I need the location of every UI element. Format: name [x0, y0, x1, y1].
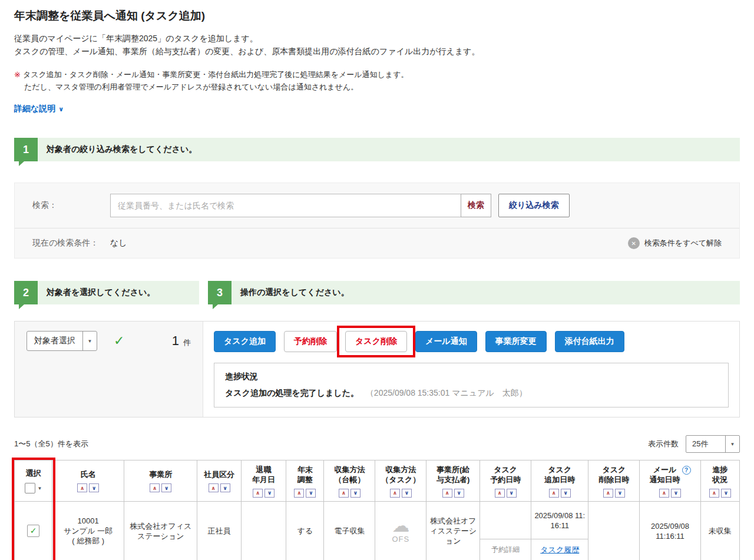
cell-mail-datetime: 2025/09/08 11:16:11: [640, 502, 700, 560]
close-icon: ✕: [628, 237, 640, 249]
step1-header: 1 対象者の絞り込み検索をしてください。: [14, 138, 740, 161]
filter-search-button[interactable]: 絞り込み検索: [498, 194, 570, 217]
col-label-select: 選択: [17, 468, 49, 478]
sort-desc-button[interactable]: ∨: [507, 489, 517, 498]
col-label-payer-office: 事業所(給 与支払者): [429, 465, 477, 485]
page-size-dropdown[interactable]: 25件 ▼: [686, 435, 740, 453]
sort-asc-button[interactable]: ∧: [209, 483, 219, 492]
col-header-reserve-datetime: タスク 予約日時 ∧∨: [480, 460, 531, 502]
select-all-dropdown-icon[interactable]: ▼: [38, 486, 42, 491]
dropdown-arrow-icon: ▼: [725, 436, 739, 452]
sort-desc-button[interactable]: ∨: [671, 489, 681, 498]
current-condition-label: 現在の検索条件：: [32, 238, 110, 248]
target-select-label: 対象者選択: [27, 332, 82, 350]
note-line-1: ※タスク追加・タスク削除・メール通知・事業所変更・添付台紙出力処理完了後に処理結…: [14, 68, 740, 81]
col-label-name: 氏名: [55, 469, 121, 479]
cell-add-datetime: 2025/09/08 11:16:11: [531, 502, 588, 539]
sort-controls: ∧∨: [549, 489, 571, 498]
search-input[interactable]: [110, 194, 461, 217]
step2-number-badge: 2: [14, 281, 38, 304]
sort-asc-button[interactable]: ∧: [442, 489, 452, 498]
result-range-text: 1〜5（全5）件を表示: [14, 439, 88, 449]
row-checkbox-checked[interactable]: ✓: [27, 525, 39, 537]
select-all-checkbox[interactable]: [25, 483, 35, 493]
table-row: ✓ 10001 サンプル 一郎 ( 総務部 ) 株式会社オフィスステーション 正…: [15, 502, 740, 539]
sort-controls: ∧∨: [659, 489, 681, 498]
list-meta-row: 1〜5（全5）件を表示 表示件数 25件 ▼: [14, 435, 740, 453]
step1-label: 対象者の絞り込み検索をしてください。: [38, 138, 197, 161]
task-add-button[interactable]: タスク追加: [214, 331, 276, 352]
col-label-emp-type: 社員区分: [200, 469, 238, 479]
sort-asc-button[interactable]: ∧: [549, 489, 559, 498]
reserve-delete-button[interactable]: 予約削除: [284, 331, 337, 352]
sort-asc-button[interactable]: ∧: [709, 489, 719, 498]
sort-desc-button[interactable]: ∨: [220, 483, 230, 492]
sort-desc-button[interactable]: ∨: [264, 489, 275, 498]
sort-asc-button[interactable]: ∧: [495, 489, 505, 498]
cell-task-history: タスク履歴: [531, 539, 588, 560]
office-change-button[interactable]: 事業所変更: [485, 331, 547, 352]
search-button[interactable]: 検索: [461, 194, 491, 217]
sort-asc-button[interactable]: ∧: [659, 489, 669, 498]
progress-meta: （2025/09/08 15:35:01 マニュアル 太郎）: [366, 388, 527, 397]
cell-delete-datetime: [588, 502, 640, 560]
detail-description-link[interactable]: 詳細な説明 ∨: [14, 104, 64, 114]
cell-office: 株式会社オフィスステーション: [124, 502, 197, 560]
col-label-mail-datetime: メール 通知日時: [650, 465, 680, 485]
col-header-select: 選択 ▼: [15, 460, 52, 502]
sort-asc-button[interactable]: ∧: [150, 483, 160, 492]
help-icon[interactable]: ?: [682, 466, 691, 475]
col-label-collect-task: 収集方法 （タスク）: [378, 465, 424, 485]
col-label-add-datetime: タスク 追加日時: [534, 465, 586, 485]
attachment-output-button[interactable]: 添付台紙出力: [555, 331, 624, 352]
description-line-1: 従業員のマイページに「年末調整2025」のタスクを追加します。: [14, 32, 740, 45]
sort-asc-button[interactable]: ∧: [339, 489, 349, 498]
sort-desc-button[interactable]: ∨: [561, 489, 571, 498]
steps-row: 2 対象者を選択してください。 3 操作の選択をしてください。: [14, 281, 740, 304]
sort-desc-button[interactable]: ∨: [306, 489, 316, 498]
page-title: 年末調整を従業員へ通知 (タスク追加): [14, 8, 740, 24]
sort-desc-button[interactable]: ∨: [615, 489, 625, 498]
page-size-value: 25件: [686, 436, 725, 452]
selected-count-unit: 件: [183, 337, 191, 348]
col-label-reserve-datetime: タスク 予約日時: [482, 465, 528, 485]
step3-header: 3 操作の選択をしてください。: [208, 281, 740, 304]
sort-desc-button[interactable]: ∨: [89, 483, 99, 492]
task-history-link[interactable]: タスク履歴: [540, 545, 579, 554]
search-panel: 検索： 検索 絞り込み検索 現在の検索条件： なし ✕ 検索条件をすべて解除: [14, 183, 740, 259]
employee-table: 選択 ▼ 氏名 ∧∨ 事業所 ∧∨ 社: [14, 460, 740, 560]
page-size-control: 表示件数 25件 ▼: [648, 435, 740, 453]
task-delete-button[interactable]: タスク削除: [345, 331, 407, 352]
sort-asc-button[interactable]: ∧: [294, 489, 304, 498]
cell-select: ✓: [15, 502, 52, 560]
employee-table-wrap: 選択 ▼ 氏名 ∧∨ 事業所 ∧∨ 社: [14, 460, 740, 560]
col-label-status: 進捗 状況: [703, 465, 737, 485]
sort-desc-button[interactable]: ∨: [721, 489, 731, 498]
cell-nencho: する: [286, 502, 324, 560]
sort-controls: ∧∨: [209, 483, 230, 492]
target-select-dropdown[interactable]: 対象者選択 ▼: [27, 331, 97, 351]
col-label-collect-ledger: 収集方法 （台帳）: [326, 465, 372, 485]
sort-desc-button[interactable]: ∨: [161, 483, 171, 492]
col-header-emp-type: 社員区分 ∧∨: [197, 460, 241, 502]
cloud-icon: ☁: [378, 518, 424, 534]
step2-label: 対象者を選択してください。: [38, 281, 155, 304]
mail-notify-button[interactable]: メール通知: [415, 331, 477, 352]
sort-desc-button[interactable]: ∨: [454, 489, 464, 498]
col-header-nencho: 年末 調整 ∧∨: [286, 460, 324, 502]
progress-title: 進捗状況: [225, 372, 717, 382]
step2-header: 2 対象者を選択してください。: [14, 281, 199, 304]
col-header-status: 進捗 状況 ∧∨: [700, 460, 739, 502]
cell-name: 10001 サンプル 一郎 ( 総務部 ): [52, 502, 124, 560]
step3-number-badge: 3: [208, 281, 232, 304]
sort-asc-button[interactable]: ∧: [77, 483, 87, 492]
sort-desc-button[interactable]: ∨: [350, 489, 361, 498]
clear-all-conditions-button[interactable]: ✕ 検索条件をすべて解除: [628, 237, 722, 249]
sort-asc-button[interactable]: ∧: [253, 489, 263, 498]
sort-asc-button[interactable]: ∧: [603, 489, 613, 498]
sort-desc-button[interactable]: ∨: [402, 489, 412, 498]
sort-asc-button[interactable]: ∧: [390, 489, 400, 498]
cell-payer-office: 株式会社オフィスステーション: [426, 502, 480, 560]
current-condition-row: 現在の検索条件： なし ✕ 検索条件をすべて解除: [15, 228, 739, 258]
col-label-office: 事業所: [127, 469, 194, 479]
